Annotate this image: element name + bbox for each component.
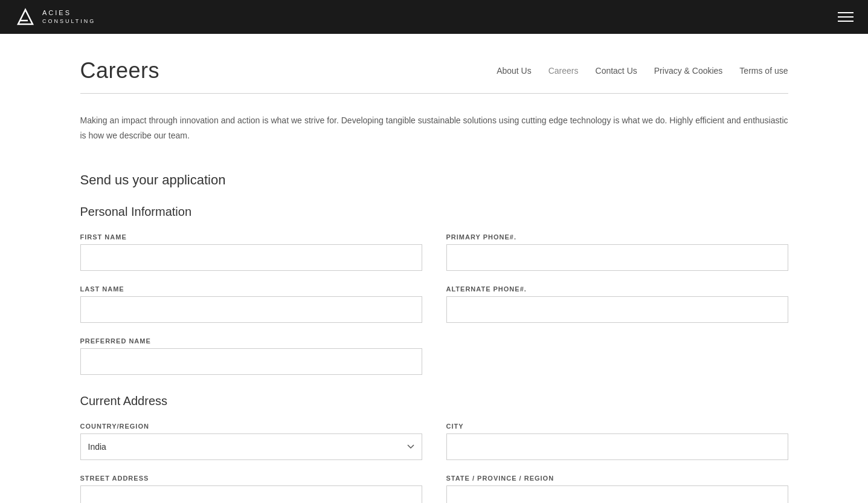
state-label: STATE / PROVINCE / REGION — [446, 475, 788, 482]
logo-text: ACIES CONSULTING — [42, 8, 95, 25]
logo-area[interactable]: ACIES CONSULTING — [14, 6, 95, 28]
nav-link-terms[interactable]: Terms of use — [739, 66, 788, 76]
country-select[interactable]: India United States United Kingdom Canad… — [80, 433, 422, 460]
application-form-section: Send us your application Personal Inform… — [80, 172, 788, 503]
form-row-1: FIRST NAME PRIMARY PHONE#. — [80, 233, 788, 271]
country-label: COUNTRY/REGION — [80, 423, 422, 430]
nav-link-privacy[interactable]: Privacy & Cookies — [654, 66, 723, 76]
form-section-title: Send us your application — [80, 172, 788, 188]
top-navigation: ACIES CONSULTING — [0, 0, 868, 34]
address-title: Current Address — [80, 394, 788, 408]
alternate-phone-field-group: ALTERNATE PHONE#. — [446, 285, 788, 323]
city-field-group: CITY — [446, 423, 788, 460]
nav-link-careers[interactable]: Careers — [548, 66, 579, 76]
logo-icon — [14, 6, 36, 28]
city-label: CITY — [446, 423, 788, 430]
form-row-4: COUNTRY/REGION India United States Unite… — [80, 423, 788, 460]
form-row-2: LAST NAME ALTERNATE PHONE#. — [80, 285, 788, 323]
last-name-field-group: LAST NAME — [80, 285, 422, 323]
personal-info-title: Personal Information — [80, 205, 788, 219]
spacer-col — [446, 337, 788, 375]
country-select-wrapper: India United States United Kingdom Canad… — [80, 433, 422, 460]
first-name-field-group: FIRST NAME — [80, 233, 422, 271]
last-name-label: LAST NAME — [80, 285, 422, 293]
alternate-phone-label: ALTERNATE PHONE#. — [446, 285, 788, 293]
sub-navigation: Careers About Us Careers Contact Us Priv… — [80, 58, 788, 94]
last-name-input[interactable] — [80, 296, 422, 323]
preferred-name-field-group: PREFERRED NAME — [80, 337, 422, 375]
nav-link-about[interactable]: About Us — [497, 66, 532, 76]
street-address-input[interactable] — [80, 485, 422, 503]
primary-phone-field-group: PRIMARY PHONE#. — [446, 233, 788, 271]
nav-link-contact[interactable]: Contact Us — [596, 66, 637, 76]
alternate-phone-input[interactable] — [446, 296, 788, 323]
street-address-field-group: STREET ADDRESS — [80, 475, 422, 503]
preferred-name-input[interactable] — [80, 348, 422, 375]
form-row-5: STREET ADDRESS STATE / PROVINCE / REGION — [80, 475, 788, 503]
city-input[interactable] — [446, 433, 788, 460]
street-address-label: STREET ADDRESS — [80, 475, 422, 482]
primary-phone-input[interactable] — [446, 244, 788, 271]
page-title: Careers — [80, 58, 160, 83]
nav-links: About Us Careers Contact Us Privacy & Co… — [497, 66, 788, 76]
page-body: Careers About Us Careers Contact Us Priv… — [66, 34, 803, 503]
primary-phone-label: PRIMARY PHONE#. — [446, 233, 788, 241]
page-description: Making an impact through innovation and … — [80, 113, 788, 143]
preferred-name-label: PREFERRED NAME — [80, 337, 422, 345]
form-row-3: PREFERRED NAME — [80, 337, 788, 375]
first-name-label: FIRST NAME — [80, 233, 422, 241]
first-name-input[interactable] — [80, 244, 422, 271]
state-field-group: STATE / PROVINCE / REGION — [446, 475, 788, 503]
hamburger-menu[interactable] — [838, 12, 854, 22]
svg-marker-0 — [18, 10, 33, 24]
state-input[interactable] — [446, 485, 788, 503]
country-field-group: COUNTRY/REGION India United States Unite… — [80, 423, 422, 460]
